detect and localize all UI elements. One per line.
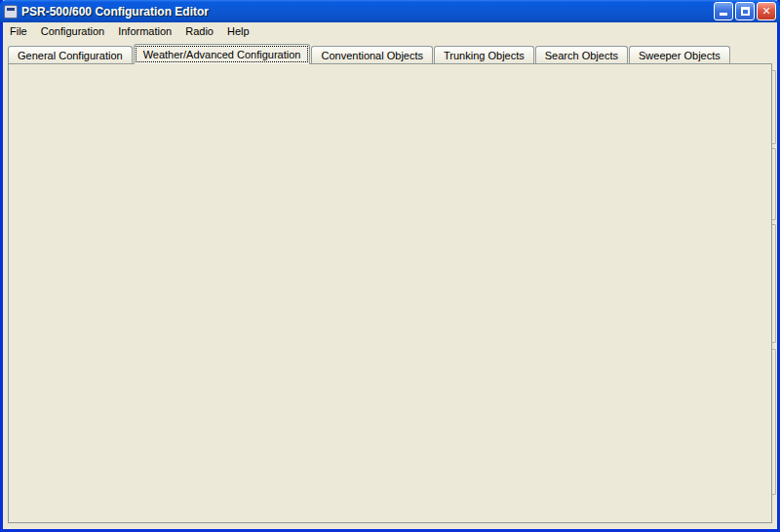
menu-help[interactable]: Help <box>220 23 256 39</box>
tab-weather-advanced-configuration[interactable]: Weather/Advanced Configuration <box>134 44 311 64</box>
tab-trunking-objects[interactable]: Trunking Objects <box>434 46 534 64</box>
app-icon <box>4 5 18 19</box>
app-window: PSR-500/600 Configuration Editor ✕ File … <box>0 0 780 532</box>
title-bar[interactable]: PSR-500/600 Configuration Editor ✕ <box>0 0 780 22</box>
menu-file[interactable]: File <box>3 23 34 39</box>
close-button[interactable]: ✕ <box>757 2 776 20</box>
minimize-button[interactable] <box>714 2 733 20</box>
menu-radio[interactable]: Radio <box>178 23 220 39</box>
maximize-button[interactable] <box>735 2 755 20</box>
tab-strip: General Configuration Weather/Advanced C… <box>8 44 772 64</box>
tab-page <box>8 63 772 523</box>
tab-search-objects[interactable]: Search Objects <box>535 46 628 64</box>
tab-general-configuration[interactable]: General Configuration <box>8 46 133 64</box>
window-title: PSR-500/600 Configuration Editor <box>21 5 712 19</box>
tab-conventional-objects[interactable]: Conventional Objects <box>311 46 433 64</box>
menu-configuration[interactable]: Configuration <box>34 23 111 39</box>
tab-sweeper-objects[interactable]: Sweeper Objects <box>629 46 730 64</box>
menu-bar: File Configuration Information Radio Hel… <box>3 22 777 41</box>
menu-information[interactable]: Information <box>111 23 178 39</box>
